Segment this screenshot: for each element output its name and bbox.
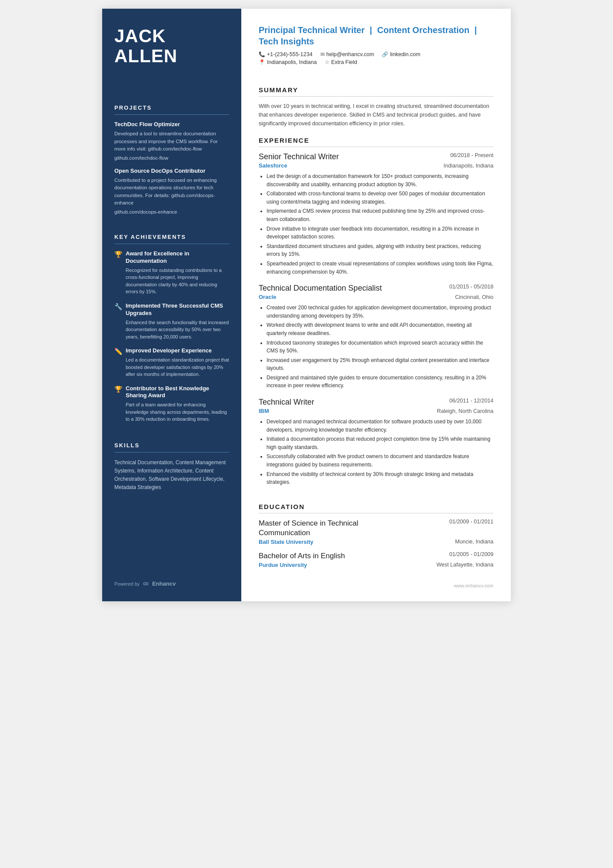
achievement-4-icon: 🏆 [114,385,122,393]
job-1-bullet-1: Led the design of a documentation framew… [267,172,493,188]
job-1-company-row: Salesforce Indianapolis, Indiana [259,162,493,169]
degree-2-location: West Lafayette, Indiana [436,562,493,568]
skills-section-title: SKILLS [114,442,229,449]
job-2-company: Oracle [259,294,276,300]
project-2-link: github.com/docops-enhance [114,209,229,214]
achievements-divider [114,244,229,244]
degree-1-school-row: Ball State University Muncie, Indiana [259,539,493,545]
achievement-2-title: Implemented Three Successful CMS Upgrade… [126,302,229,317]
degree-2-title: Bachelor of Arts in English [259,551,345,561]
achievement-3-desc: Led a documentation standardization proj… [126,356,229,378]
job-3-company: IBM [259,408,269,414]
job-3-dates: 06/2011 - 12/2014 [450,398,493,404]
enhancv-brand: Enhancv [152,580,176,587]
project-1-link: github.com/techdoc-flow [114,155,229,161]
summary-section-title: SUMMARY [259,86,493,94]
project-2-desc: Contributed to a project focused on enha… [114,177,229,207]
job-3-bullet-2: Initiated a documentation process that r… [267,435,493,451]
job-3-title: Technical Writer [259,398,314,407]
job-title-part-3: Tech Insights [259,37,314,46]
job-1-location: Indianapolis, Indiana [443,163,493,169]
degree-2-dates: 01/2005 - 01/2009 [450,551,493,557]
skills-text: Technical Documentation, Content Managem… [114,459,229,492]
job-2-bullets: Created over 200 technical guides for ap… [259,304,493,390]
achievement-2-desc: Enhanced the search functionality that i… [126,319,229,341]
experience-divider [259,147,493,147]
achievements-section-title: KEY ACHIEVEMENTS [114,234,229,240]
job-1-bullet-5: Standardized document structures and gui… [267,242,493,258]
degree-1: Master of Science in Technical Communica… [259,519,493,551]
powered-by-label: Powered by [114,581,140,586]
linkedin-icon: 🔗 [382,51,388,57]
job-1: Senior Technical Writer 06/2018 - Presen… [259,152,493,284]
email-icon: ✉ [320,51,325,57]
skills-divider [114,452,229,452]
title-separator-2: | [474,25,477,35]
achievement-1-icon: 🏆 [114,251,122,258]
job-2-bullet-1: Created over 200 technical guides for ap… [267,304,493,320]
star-icon: ☆ [325,59,330,65]
job-1-bullet-6: Spearheaded project to create visual rep… [267,260,493,276]
achievement-1-desc: Recognized for outstanding contributions… [126,267,229,295]
achievement-4-title: Contributor to Best Knowledge Sharing Aw… [126,385,229,400]
achievement-1-title: Award for Excellence in Documentation [126,250,229,265]
achievement-3-icon: ✏️ [114,348,122,355]
resume-container: JACK ALLEN PROJECTS TechDoc Flow Optimiz… [102,9,511,601]
job-2-location: Cincinnati, Ohio [455,294,493,300]
project-2: Open Source DocOps Contributor Contribut… [114,168,229,221]
job-3-header: Technical Writer 06/2011 - 12/2014 [259,398,493,407]
job-2-bullet-2: Worked directly with development teams t… [267,321,493,337]
achievement-2-icon: 🔧 [114,303,122,311]
sidebar-footer: Powered by ∞ Enhancv [114,566,229,588]
main-header: Principal Technical Writer | Content Orc… [259,24,493,67]
projects-section-title: PROJECTS [114,104,229,111]
job-2-bullet-5: Designed and maintained style guides to … [267,374,493,390]
job-1-header: Senior Technical Writer 06/2018 - Presen… [259,152,493,161]
contact-location: 📍 Indianapolis, Indiana [259,59,317,65]
experience-section-title: EXPERIENCE [259,137,493,144]
contact-row-1: 📞 +1-(234)-555-1234 ✉ help@enhancv.com 🔗… [259,51,493,57]
job-2-header: Technical Documentation Specialist 01/20… [259,284,493,293]
job-1-bullet-4: Drove initiative to integrate user feedb… [267,225,493,241]
degree-2-school: Purdue University [259,562,307,568]
project-1-desc: Developed a tool to streamline documenta… [114,130,229,153]
location-text: Indianapolis, Indiana [267,59,317,65]
job-3-bullets: Developed and managed technical document… [259,418,493,486]
job-3-location: Raleigh, North Carolina [437,408,493,414]
job-3-company-row: IBM Raleigh, North Carolina [259,408,493,414]
degree-1-location: Muncie, Indiana [455,539,493,545]
degree-2: Bachelor of Arts in English 01/2005 - 01… [259,551,493,574]
candidate-name: JACK ALLEN [114,26,229,66]
job-1-company: Salesforce [259,162,287,169]
job-3-bullet-1: Developed and managed technical document… [267,418,493,434]
degree-1-dates: 01/2009 - 01/2011 [450,519,493,525]
degree-1-school: Ball State University [259,539,313,545]
degree-2-school-row: Purdue University West Lafayette, Indian… [259,562,493,568]
title-separator-1: | [370,25,374,35]
contact-linkedin: 🔗 linkedin.com [382,51,420,57]
contact-row-2: 📍 Indianapolis, Indiana ☆ Extra Field [259,59,493,65]
email-address: help@enhancv.com [326,51,374,57]
job-1-dates: 06/2018 - Present [450,152,493,158]
achievement-4-desc: Part of a team awarded for enhancing kno… [126,401,229,423]
job-3: Technical Writer 06/2011 - 12/2014 IBM R… [259,398,493,494]
enhancv-heart-icon: ∞ [143,579,149,588]
degree-1-title: Master of Science in Technical Communica… [259,519,411,538]
education-section-title: EDUCATION [259,503,493,510]
degree-2-header: Bachelor of Arts in English 01/2005 - 01… [259,551,493,561]
contact-extra: ☆ Extra Field [325,59,357,65]
summary-divider [259,96,493,97]
main-content: Principal Technical Writer | Content Orc… [241,9,511,601]
job-1-bullet-2: Collaborated with cross-functional teams… [267,190,493,206]
achievement-2: 🔧 Implemented Three Successful CMS Upgra… [114,302,229,340]
main-footer: www.enhancv.com [259,574,493,588]
linkedin-url: linkedin.com [390,51,420,57]
summary-text: With over 10 years in technical writing,… [259,102,493,128]
footer-url: www.enhancv.com [454,583,493,588]
job-2-company-row: Oracle Cincinnati, Ohio [259,294,493,300]
job-title-line: Principal Technical Writer | Content Orc… [259,24,493,47]
job-3-bullet-3: Successfully collaborated with five prod… [267,452,493,469]
job-3-bullet-4: Enhanced the visibility of technical con… [267,470,493,486]
project-2-title: Open Source DocOps Contributor [114,168,229,174]
job-title-part-2: Content Orchestration [377,25,470,35]
